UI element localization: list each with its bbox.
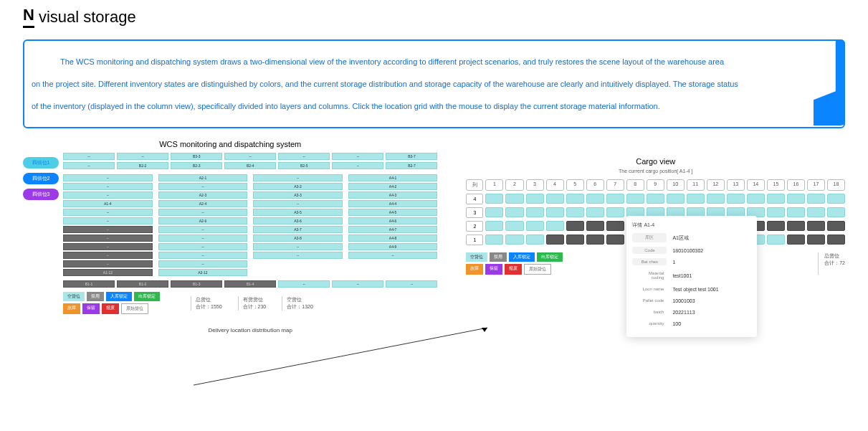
- cargo-slot[interactable]: [667, 194, 685, 204]
- col-header[interactable]: 8: [626, 179, 644, 191]
- cargo-slot[interactable]: [606, 235, 624, 245]
- cargo-slot[interactable]: [807, 194, 825, 204]
- grid-cell[interactable]: A4-3: [348, 191, 438, 199]
- grid-cell[interactable]: A3-2: [253, 183, 343, 190]
- cargo-slot[interactable]: [526, 221, 544, 231]
- col-header[interactable]: 18: [827, 179, 845, 191]
- grid-cell[interactable]: B1-2: [117, 280, 168, 288]
- grid-cell[interactable]: --: [348, 252, 438, 259]
- grid-cell[interactable]: A2-6: [158, 217, 248, 224]
- grid-cell[interactable]: --: [63, 162, 115, 169]
- grid-cell[interactable]: --: [253, 200, 343, 207]
- cargo-slot[interactable]: [485, 235, 503, 245]
- grid-cell[interactable]: A4-5: [348, 209, 438, 216]
- grid-cell[interactable]: A2-1: [158, 174, 248, 181]
- col-header[interactable]: 5: [566, 179, 584, 191]
- cargo-slot[interactable]: [827, 207, 845, 217]
- col-header[interactable]: 2: [505, 179, 523, 191]
- grid-cell[interactable]: --: [117, 153, 168, 160]
- cargo-slot[interactable]: [687, 194, 705, 204]
- col-header[interactable]: 14: [747, 179, 765, 191]
- cargo-slot[interactable]: [566, 235, 584, 245]
- grid-cell[interactable]: A4-1: [348, 174, 438, 181]
- cargo-slot[interactable]: [485, 207, 503, 217]
- cargo-slot[interactable]: [566, 194, 584, 204]
- grid-cell[interactable]: A2-3: [158, 191, 248, 199]
- grid-cell[interactable]: --: [63, 153, 115, 160]
- grid-cell[interactable]: --: [253, 252, 343, 259]
- cargo-slot[interactable]: [787, 235, 805, 245]
- grid-cell[interactable]: A4-2: [348, 183, 438, 190]
- cargo-slot[interactable]: [787, 207, 805, 217]
- cargo-slot[interactable]: [827, 221, 845, 231]
- grid-cell[interactable]: A4-9: [348, 243, 438, 250]
- grid-cell[interactable]: --: [158, 252, 248, 259]
- grid-cell[interactable]: A2-4: [158, 200, 248, 207]
- grid-cell[interactable]: B1-3: [171, 280, 222, 288]
- pill-1[interactable]: 四倍位1: [23, 157, 59, 169]
- grid-cell[interactable]: A1-4: [63, 200, 153, 207]
- cargo-slot[interactable]: [546, 207, 564, 217]
- cargo-slot[interactable]: [505, 235, 523, 245]
- grid-cell[interactable]: --: [158, 235, 248, 242]
- cargo-slot[interactable]: [546, 221, 564, 231]
- grid-cell[interactable]: A2-12: [158, 269, 248, 276]
- cargo-slot[interactable]: [485, 221, 503, 231]
- grid-cell[interactable]: A3-6: [253, 217, 343, 224]
- grid-cell[interactable]: A3-5: [253, 209, 343, 216]
- cargo-slot[interactable]: [566, 221, 584, 231]
- col-header[interactable]: 16: [787, 179, 805, 191]
- cargo-slot[interactable]: [807, 207, 825, 217]
- cargo-slot[interactable]: [767, 194, 785, 204]
- grid-cell[interactable]: --: [278, 153, 330, 160]
- grid-cell[interactable]: A4-6: [348, 217, 438, 224]
- grid-cell[interactable]: --: [224, 153, 276, 160]
- grid-cell[interactable]: A3-8: [253, 235, 343, 242]
- cargo-slot[interactable]: [606, 221, 624, 231]
- cargo-slot[interactable]: [546, 235, 564, 245]
- cargo-slot[interactable]: [807, 221, 825, 231]
- pill-2[interactable]: 四倍位2: [23, 173, 59, 184]
- grid-cell[interactable]: --: [63, 243, 153, 250]
- grid-cell[interactable]: B3-3: [171, 153, 222, 160]
- grid-cell[interactable]: --: [332, 162, 383, 169]
- grid-cell[interactable]: --: [332, 280, 383, 288]
- grid-cell[interactable]: --: [253, 174, 343, 181]
- col-header[interactable]: 10: [667, 179, 685, 191]
- grid-cell[interactable]: B2-3: [171, 162, 222, 169]
- col-header[interactable]: 4: [546, 179, 564, 191]
- col-header[interactable]: 15: [767, 179, 785, 191]
- grid-cell[interactable]: A4-7: [348, 226, 438, 233]
- grid-cell[interactable]: --: [386, 280, 437, 288]
- cargo-slot[interactable]: [505, 207, 523, 217]
- cargo-slot[interactable]: [787, 194, 805, 204]
- cargo-slot[interactable]: [807, 235, 825, 245]
- cargo-slot[interactable]: [787, 221, 805, 231]
- cargo-slot[interactable]: [485, 194, 503, 204]
- grid-cell[interactable]: A3-3: [253, 191, 343, 199]
- cargo-slot[interactable]: [707, 194, 725, 204]
- grid-cell[interactable]: B1-4: [224, 280, 276, 288]
- cargo-slot[interactable]: [586, 207, 604, 217]
- cargo-slot[interactable]: [727, 194, 745, 204]
- grid-cell[interactable]: --: [253, 243, 343, 250]
- cargo-slot[interactable]: [647, 194, 664, 204]
- grid-cell[interactable]: A4-4: [348, 200, 438, 207]
- grid-cell[interactable]: A1-12: [63, 269, 153, 276]
- col-header[interactable]: 17: [807, 179, 825, 191]
- grid-cell[interactable]: B2-4: [224, 162, 276, 169]
- col-header[interactable]: 3: [526, 179, 544, 191]
- cargo-slot[interactable]: [827, 235, 845, 245]
- cargo-slot[interactable]: [606, 207, 624, 217]
- cargo-slot[interactable]: [526, 194, 544, 204]
- col-header[interactable]: 1: [485, 179, 503, 191]
- grid-cell[interactable]: B3-7: [386, 153, 437, 160]
- cargo-slot[interactable]: [526, 235, 544, 245]
- grid-cell[interactable]: --: [158, 183, 248, 190]
- cargo-slot[interactable]: [767, 207, 785, 217]
- grid-cell[interactable]: B1-1: [63, 280, 115, 288]
- cargo-slot[interactable]: [566, 207, 584, 217]
- cargo-slot[interactable]: [626, 194, 644, 204]
- grid-cell[interactable]: --: [278, 280, 330, 288]
- grid-cell[interactable]: A4-8: [348, 235, 438, 242]
